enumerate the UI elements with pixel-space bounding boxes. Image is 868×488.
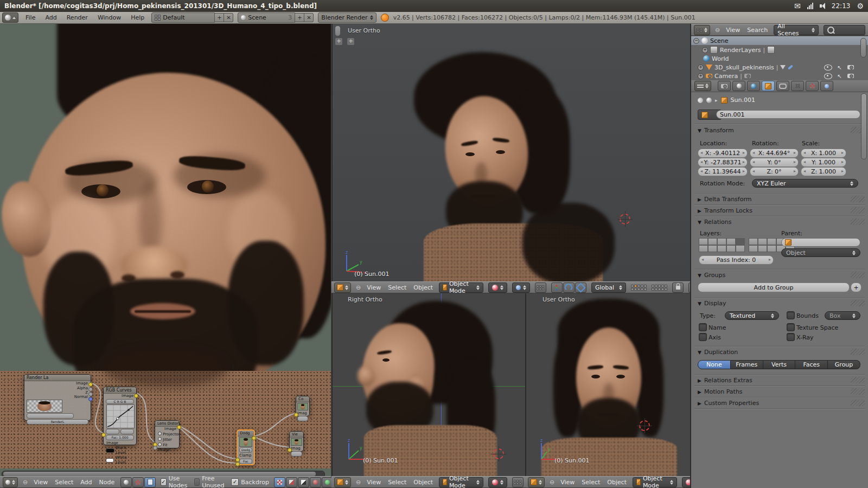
pin-icon[interactable] bbox=[697, 97, 704, 104]
transform-orientation-selector[interactable]: Global bbox=[591, 282, 626, 293]
tab-object-data[interactable] bbox=[820, 81, 833, 91]
add-layout-button[interactable]: + bbox=[215, 13, 224, 22]
pivot-point-selector[interactable] bbox=[512, 282, 530, 293]
loc-x-field[interactable]: ◂X: -9.40112▸ bbox=[698, 149, 748, 158]
visibility-eye-icon[interactable] bbox=[824, 65, 832, 70]
bounds-checkbox[interactable] bbox=[787, 311, 795, 319]
outliner-row-world[interactable]: World bbox=[691, 54, 868, 63]
add-group-plus-button[interactable]: + bbox=[851, 282, 861, 292]
selectable-arrow-icon[interactable]: ↖ bbox=[838, 73, 842, 79]
delete-scene-button[interactable]: ✕ bbox=[304, 13, 314, 22]
outliner-search-input[interactable] bbox=[824, 25, 865, 35]
menu-file[interactable]: File bbox=[23, 14, 38, 21]
pass-index-field[interactable]: ◂Pass Index: 0▸ bbox=[699, 255, 774, 265]
curve-y-field[interactable] bbox=[120, 429, 134, 434]
loc-y-field[interactable]: ◂Y: -27.88371▸ bbox=[698, 158, 748, 167]
viewport-main-scrollpill[interactable] bbox=[335, 25, 341, 36]
collapse-menus-icon[interactable]: ⊖ bbox=[356, 479, 361, 486]
backdrop-checkbox[interactable]: ✓Backdrop bbox=[231, 478, 269, 486]
duplication-group[interactable]: Group bbox=[828, 360, 860, 369]
snap-toggle[interactable] bbox=[535, 282, 546, 293]
panel-relations-header[interactable]: ▼Relations bbox=[698, 219, 731, 226]
white-level-swatch[interactable] bbox=[106, 458, 114, 463]
front-mode-selector[interactable]: Object Mode bbox=[633, 477, 677, 487]
rot-y-field[interactable]: ◂Y: 0°▸ bbox=[750, 158, 799, 167]
editor-type-properties[interactable] bbox=[694, 81, 711, 91]
add-scene-button[interactable]: + bbox=[295, 13, 304, 22]
object-name-field[interactable]: Sun.001 bbox=[716, 110, 860, 119]
outliner-row-camera[interactable]: + Camera | ↖ bbox=[691, 72, 868, 80]
menu-window[interactable]: Window bbox=[95, 14, 124, 21]
collapse-menus-icon[interactable]: ⊖ bbox=[356, 284, 361, 291]
axis-checkbox[interactable] bbox=[699, 333, 707, 341]
rot-z-field[interactable]: ◂Z: 0°▸ bbox=[750, 167, 799, 176]
3d-cursor-front[interactable] bbox=[639, 420, 650, 431]
delete-layout-button[interactable]: ✕ bbox=[224, 13, 233, 22]
scale-y-field[interactable]: ◂Y: 1.000▸ bbox=[801, 158, 846, 167]
shader-nodes-toggle[interactable] bbox=[120, 477, 132, 487]
editor-type-3dview[interactable] bbox=[334, 282, 351, 293]
lock-to-scene-toggle[interactable] bbox=[672, 282, 684, 293]
outliner-row-renderlayers[interactable]: + RenderLayers | bbox=[691, 46, 868, 54]
manipulator-scale[interactable] bbox=[575, 282, 586, 293]
outliner-row-skull[interactable]: + 3D_skull_pekinensis | ↖ bbox=[691, 63, 868, 72]
fac-slider[interactable]: Fac: 1.000 bbox=[106, 435, 134, 440]
duplication-faces[interactable]: Faces bbox=[795, 360, 828, 369]
blend-mode-select[interactable]: Dodg bbox=[239, 447, 252, 453]
panel-motion-paths-header[interactable]: ▶Motion Paths bbox=[698, 388, 743, 395]
node-menu-add[interactable]: Add bbox=[79, 479, 93, 486]
collapse-menus-icon[interactable]: ⊖ bbox=[715, 27, 720, 34]
outliner-row-scene[interactable]: − Scene bbox=[691, 36, 868, 45]
scene-selector[interactable]: Scene 3 bbox=[238, 12, 295, 23]
properties-scrollbar[interactable] bbox=[861, 93, 867, 159]
panel-delta-transform-header[interactable]: ▶Delta Transform bbox=[698, 196, 751, 203]
tab-scene[interactable] bbox=[732, 81, 745, 91]
menu-add[interactable]: Add bbox=[42, 14, 59, 21]
texture-nodes-toggle[interactable] bbox=[132, 477, 144, 487]
3d-cursor[interactable] bbox=[620, 214, 630, 224]
node-viewer[interactable]: Vie Imag bbox=[289, 431, 304, 452]
curve-channel-buttons[interactable]: C R G B bbox=[106, 399, 134, 404]
duplication-frames[interactable]: Frames bbox=[731, 360, 763, 369]
render-layers-render-button[interactable]: RenderL bbox=[27, 419, 88, 425]
side-menu-view[interactable]: View bbox=[366, 479, 382, 486]
viewport-main-region-plus2[interactable]: + bbox=[347, 37, 355, 46]
outliner-menu-view[interactable]: View bbox=[725, 27, 741, 34]
loc-z-field[interactable]: ◂Z: 11.39644▸ bbox=[698, 167, 748, 176]
node-dodge[interactable]: Dodg Dodg Clamp Fac bbox=[237, 429, 255, 465]
outliner-scope-selector[interactable]: All Scenes bbox=[774, 25, 819, 35]
session-gear-icon[interactable]: ⚙ bbox=[857, 2, 864, 10]
menu-help[interactable]: Help bbox=[128, 14, 147, 21]
clock[interactable]: 22:13 bbox=[832, 2, 851, 10]
curve-widget[interactable] bbox=[106, 404, 135, 428]
outliner-menu-search[interactable]: Search bbox=[746, 27, 769, 34]
front-menu-object[interactable]: Object bbox=[606, 479, 628, 486]
parent-field[interactable] bbox=[781, 238, 860, 247]
node-menu-select[interactable]: Select bbox=[54, 479, 74, 486]
channel-color-button[interactable] bbox=[286, 477, 297, 487]
panel-transform-locks-header[interactable]: ▶Transform Locks bbox=[698, 207, 752, 214]
viewport-front[interactable]: User Ortho zyx (0) Sun.001 bbox=[525, 293, 690, 476]
tab-render[interactable] bbox=[718, 81, 731, 91]
layers-grid-left[interactable] bbox=[699, 238, 745, 252]
network-icon[interactable] bbox=[807, 3, 813, 9]
render-engine-selector[interactable]: Blender Render bbox=[318, 12, 376, 23]
xray-checkbox[interactable] bbox=[787, 333, 795, 341]
channel-r-button[interactable] bbox=[310, 477, 321, 487]
texture-space-checkbox[interactable] bbox=[787, 323, 795, 331]
view3d-menu-object[interactable]: Object bbox=[412, 284, 434, 291]
node-editor[interactable]: Render La Image Alpha Z Normal RenderL R… bbox=[0, 24, 331, 488]
tab-physics[interactable] bbox=[806, 81, 819, 91]
side-shading-selector[interactable] bbox=[488, 477, 507, 487]
duplication-none[interactable]: None bbox=[698, 360, 731, 369]
editor-type-outliner[interactable] bbox=[694, 25, 710, 35]
viewport-main-region-plus[interactable]: + bbox=[335, 37, 343, 46]
renderable-camera-icon[interactable] bbox=[847, 65, 854, 69]
outliner-scrollbar[interactable] bbox=[860, 38, 866, 57]
3d-cursor-side[interactable] bbox=[493, 448, 504, 459]
node-composite[interactable]: Co Imag bbox=[296, 396, 310, 416]
scale-x-field[interactable]: ◂X: 1.000▸ bbox=[801, 149, 846, 158]
duplication-verts[interactable]: Verts bbox=[763, 360, 796, 369]
selectable-arrow-icon[interactable]: ↖ bbox=[838, 65, 842, 70]
side-snap-toggle[interactable] bbox=[512, 477, 524, 487]
